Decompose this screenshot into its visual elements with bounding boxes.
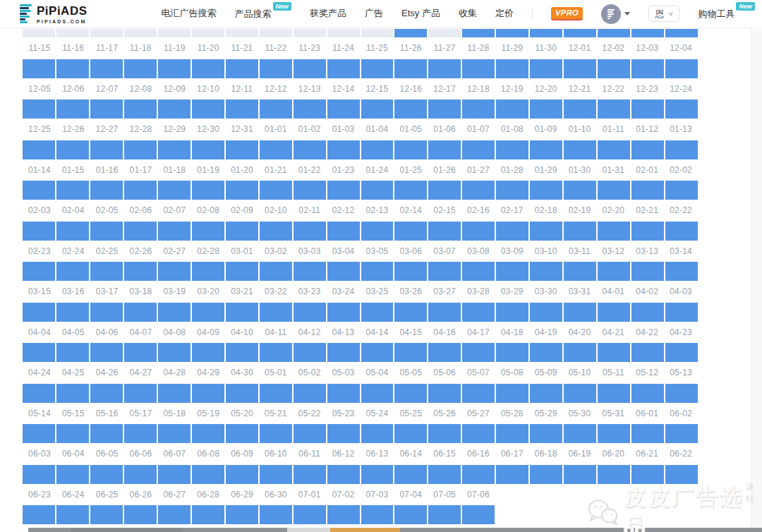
date-bar[interactable]: [56, 343, 89, 362]
strip-cell[interactable]: [598, 29, 630, 37]
date-bar[interactable]: [23, 59, 55, 78]
date-bar[interactable]: [260, 343, 292, 362]
date-bar[interactable]: [260, 140, 292, 159]
date-bar[interactable]: [226, 384, 258, 403]
date-bar[interactable]: [56, 140, 89, 159]
date-bar[interactable]: [564, 140, 596, 159]
date-bar[interactable]: [90, 99, 123, 119]
date-bar[interactable]: [226, 505, 258, 524]
date-bar[interactable]: [23, 465, 55, 484]
date-bar[interactable]: [260, 181, 292, 200]
date-bar[interactable]: [23, 424, 55, 443]
date-bar[interactable]: [124, 262, 157, 281]
date-bar[interactable]: [294, 262, 326, 281]
date-bar[interactable]: [665, 343, 698, 362]
strip-cell[interactable]: [496, 29, 528, 37]
date-bar[interactable]: [90, 343, 123, 362]
date-bar[interactable]: [158, 262, 190, 281]
date-bar[interactable]: [530, 59, 562, 78]
date-bar[interactable]: [394, 222, 427, 241]
date-bar[interactable]: [598, 59, 630, 78]
date-bar[interactable]: [90, 384, 123, 403]
date-bar[interactable]: [394, 99, 427, 119]
date-bar[interactable]: [530, 181, 562, 200]
date-bar[interactable]: [361, 465, 394, 484]
date-bar[interactable]: [598, 181, 630, 200]
user-avatar[interactable]: [601, 4, 630, 24]
date-bar[interactable]: [428, 303, 461, 322]
date-bar[interactable]: [260, 303, 292, 322]
date-bar[interactable]: [631, 59, 664, 78]
date-bar[interactable]: [462, 140, 495, 159]
date-bar[interactable]: [158, 140, 190, 159]
date-bar[interactable]: [462, 181, 495, 200]
date-bar[interactable]: [90, 222, 123, 241]
date-bar[interactable]: [428, 424, 461, 443]
date-bar[interactable]: [631, 140, 664, 159]
date-bar[interactable]: [294, 99, 326, 119]
date-bar[interactable]: [361, 303, 394, 322]
date-bar[interactable]: [56, 59, 89, 78]
date-bar[interactable]: [158, 222, 190, 241]
date-bar[interactable]: [361, 181, 394, 200]
date-bar[interactable]: [124, 59, 157, 78]
date-bar[interactable]: [192, 465, 224, 484]
strip-cell[interactable]: [530, 29, 562, 37]
date-bar[interactable]: [462, 303, 495, 322]
date-bar[interactable]: [598, 465, 630, 484]
date-bar[interactable]: [564, 303, 596, 322]
date-bar[interactable]: [631, 424, 664, 443]
date-bar[interactable]: [361, 424, 394, 443]
date-bar[interactable]: [124, 303, 157, 322]
date-bar[interactable]: [428, 222, 461, 241]
date-bar[interactable]: [327, 262, 360, 281]
date-bar[interactable]: [496, 99, 528, 119]
date-bar[interactable]: [192, 343, 224, 362]
date-bar[interactable]: [564, 384, 596, 403]
date-bar[interactable]: [665, 262, 698, 281]
date-bar[interactable]: [496, 222, 528, 241]
date-bar[interactable]: [23, 384, 55, 403]
date-bar[interactable]: [361, 99, 394, 119]
date-bar[interactable]: [394, 384, 427, 403]
date-bar[interactable]: [631, 222, 664, 241]
date-bar[interactable]: [530, 384, 562, 403]
nav-item-1[interactable]: 电汇广告搜索: [162, 7, 217, 20]
date-bar[interactable]: [564, 181, 596, 200]
date-bar[interactable]: [327, 181, 360, 200]
date-bar[interactable]: [192, 262, 224, 281]
date-bar[interactable]: [124, 140, 157, 159]
date-bar[interactable]: [192, 384, 224, 403]
date-bar[interactable]: [192, 222, 224, 241]
date-bar[interactable]: [90, 59, 123, 78]
date-bar[interactable]: [598, 384, 630, 403]
date-bar[interactable]: [462, 343, 495, 362]
date-bar[interactable]: [158, 384, 190, 403]
scrollbar-track[interactable]: [751, 29, 762, 532]
date-bar[interactable]: [564, 465, 596, 484]
date-bar[interactable]: [665, 99, 698, 119]
date-bar[interactable]: [294, 343, 326, 362]
date-bar[interactable]: [124, 465, 157, 484]
date-bar[interactable]: [90, 303, 123, 322]
nav-item-3[interactable]: 获奖产品: [310, 7, 346, 20]
date-bar[interactable]: [530, 140, 562, 159]
date-bar[interactable]: [361, 343, 394, 362]
date-bar[interactable]: [260, 465, 292, 484]
date-bar[interactable]: [496, 384, 528, 403]
date-bar[interactable]: [496, 424, 528, 443]
date-bar[interactable]: [158, 303, 190, 322]
date-bar[interactable]: [462, 384, 495, 403]
strip-cell[interactable]: [631, 29, 664, 37]
date-bar[interactable]: [428, 343, 461, 362]
date-bar[interactable]: [530, 465, 562, 484]
date-bar[interactable]: [226, 181, 258, 200]
date-bar[interactable]: [428, 465, 461, 484]
date-bar[interactable]: [260, 424, 292, 443]
date-bar[interactable]: [192, 140, 224, 159]
date-bar[interactable]: [665, 384, 698, 403]
date-bar[interactable]: [226, 262, 258, 281]
date-bar[interactable]: [631, 384, 664, 403]
date-bar[interactable]: [226, 343, 258, 362]
date-bar[interactable]: [90, 465, 123, 484]
